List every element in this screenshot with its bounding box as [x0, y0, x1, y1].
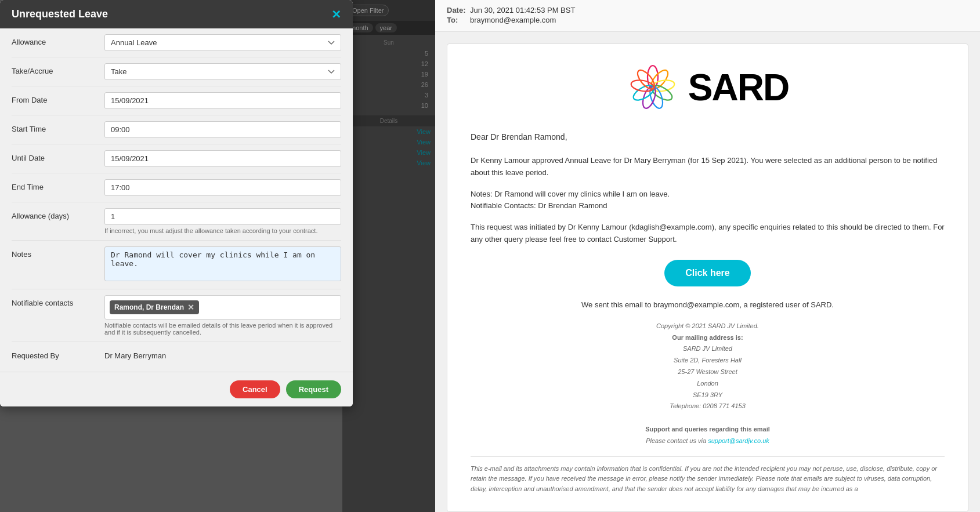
modal-body: Allowance Annual LeaveSick LeaveStudy Le…	[0, 28, 353, 372]
from-date-input[interactable]	[104, 92, 341, 109]
footer-mailing-label: Our mailing address is:	[471, 332, 945, 344]
start-time-input[interactable]	[104, 121, 341, 138]
end-time-input[interactable]	[104, 179, 341, 196]
cancel-button[interactable]: Cancel	[230, 380, 280, 398]
from-date-label: From Date	[12, 92, 104, 104]
email-logo-area: SARD	[471, 61, 945, 114]
contact-tag: Ramond, Dr Brendan ✕	[110, 300, 199, 314]
start-time-row: Start Time	[12, 115, 341, 144]
until-date-control	[104, 150, 341, 167]
start-time-control	[104, 121, 341, 138]
click-here-button[interactable]: Click here	[664, 260, 750, 286]
modal-footer: Cancel Request	[0, 372, 353, 406]
take-accrue-label: Take/Accrue	[12, 63, 104, 75]
modal-header: Unrequested Leave ✕	[0, 0, 353, 28]
footer-telephone: Telephone: 0208 771 4153	[471, 401, 945, 412]
allowance-days-control: If incorrect, you must adjust the allowa…	[104, 208, 341, 234]
notes-control: Dr Ramond will cover my clinics while I …	[104, 246, 341, 283]
notifiable-contacts-row: Notifiable contacts Ramond, Dr Brendan ✕…	[12, 289, 341, 342]
email-to-label: To:	[447, 16, 470, 24]
email-meta: Date: Jun 30, 2021 01:42:53 PM BST To: b…	[435, 0, 980, 32]
footer-postcode: SE19 3RY	[471, 390, 945, 401]
take-accrue-select[interactable]: TakeAccrue	[104, 63, 341, 80]
click-here-area: Click here	[471, 260, 945, 286]
allowance-days-helper: If incorrect, you must adjust the allowa…	[104, 227, 341, 234]
modal-title: Unrequested Leave	[12, 8, 108, 20]
footer-company: SARD JV Limited	[471, 343, 945, 355]
footer-copyright: Copyright © 2021 SARD JV Limited.	[471, 321, 945, 332]
take-accrue-control: TakeAccrue	[104, 63, 341, 80]
svg-point-8	[635, 67, 657, 92]
allowance-days-row: Allowance (days) If incorrect, you must …	[12, 202, 341, 241]
email-date-label: Date:	[447, 6, 470, 14]
footer-support-email-link[interactable]: support@sardjv.co.uk	[708, 437, 769, 444]
email-body: SARD Dear Dr Brendan Ramond, Dr Kenny La…	[435, 32, 980, 512]
email-footer: Copyright © 2021 SARD JV Limited. Our ma…	[471, 321, 945, 447]
footer-support-label: Support and queries regarding this email	[471, 424, 945, 435]
until-date-input[interactable]	[104, 150, 341, 167]
modal-close-button[interactable]: ✕	[331, 9, 341, 20]
sard-logo-text: SARD	[688, 66, 789, 109]
email-disclaimer: This e-mail and its attachments may cont…	[471, 456, 945, 495]
end-time-row: End Time	[12, 173, 341, 202]
sard-flower-logo	[627, 61, 679, 114]
contact-tag-name: Ramond, Dr Brendan	[114, 303, 184, 311]
email-body-paragraph-2: Notes: Dr Ramond will cover my clinics w…	[471, 188, 945, 213]
request-button[interactable]: Request	[286, 380, 341, 398]
end-time-control	[104, 179, 341, 196]
notes-label: Notes	[12, 246, 104, 259]
email-to-value: braymond@example.com	[470, 16, 556, 24]
notifiable-contacts-control: Ramond, Dr Brendan ✕ Notifiable contacts…	[104, 295, 341, 336]
notes-row: Notes Dr Ramond will cover my clinics wh…	[12, 241, 341, 289]
end-time-label: End Time	[12, 179, 104, 191]
until-date-label: Until Date	[12, 150, 104, 162]
footer-city: London	[471, 378, 945, 390]
requested-by-label: Requested By	[12, 348, 104, 360]
allowance-select[interactable]: Annual LeaveSick LeaveStudy LeaveOther	[104, 34, 341, 51]
allowance-label: Allowance	[12, 34, 104, 46]
modal-dialog: Unrequested Leave ✕ Allowance Annual Lea…	[0, 0, 353, 406]
allowance-days-input[interactable]	[104, 208, 341, 225]
email-greeting: Dear Dr Brendan Ramond,	[471, 131, 945, 143]
requested-by-row: Requested By Dr Mary Berryman	[12, 342, 341, 366]
footer-address2: 25-27 Westow Street	[471, 366, 945, 378]
notifiable-contacts-label: Notifiable contacts	[12, 295, 104, 307]
allowance-control: Annual LeaveSick LeaveStudy LeaveOther	[104, 34, 341, 51]
requested-by-value: Dr Mary Berryman	[104, 348, 341, 360]
footer-support-contact: Please contact us via support@sardjv.co.…	[471, 435, 945, 447]
from-date-control	[104, 92, 341, 109]
email-date-value: Jun 30, 2021 01:42:53 PM BST	[470, 6, 575, 14]
contact-tag-remove-icon[interactable]: ✕	[187, 303, 194, 312]
until-date-row: Until Date	[12, 144, 341, 173]
left-panel: Open Filter month year Sun 5 12 19 26 3 …	[0, 0, 435, 512]
email-card: SARD Dear Dr Brendan Ramond, Dr Kenny La…	[447, 43, 968, 512]
allowance-days-label: Allowance (days)	[12, 208, 104, 220]
email-body-paragraph-3: This request was initiated by Dr Kenny L…	[471, 221, 945, 246]
allowance-row: Allowance Annual LeaveSick LeaveStudy Le…	[12, 28, 341, 57]
notes-textarea[interactable]: Dr Ramond will cover my clinics while I …	[104, 246, 341, 281]
requested-by-control: Dr Mary Berryman	[104, 348, 341, 360]
modal-overlay: Unrequested Leave ✕ Allowance Annual Lea…	[0, 0, 435, 512]
email-body-paragraph-1: Dr Kenny Lamour approved Annual Leave fo…	[471, 155, 945, 179]
right-panel: Date: Jun 30, 2021 01:42:53 PM BST To: b…	[435, 0, 980, 512]
email-sent-notice: We sent this email to braymond@example.c…	[471, 300, 945, 309]
take-accrue-row: Take/Accrue TakeAccrue	[12, 57, 341, 86]
footer-address1: Suite 2D, Foresters Hall	[471, 355, 945, 366]
notifiable-contacts-helper: Notifiable contacts will be emailed deta…	[104, 322, 341, 336]
email-to-row: To: braymond@example.com	[447, 16, 968, 24]
start-time-label: Start Time	[12, 121, 104, 133]
from-date-row: From Date	[12, 86, 341, 115]
email-date-row: Date: Jun 30, 2021 01:42:53 PM BST	[447, 6, 968, 14]
